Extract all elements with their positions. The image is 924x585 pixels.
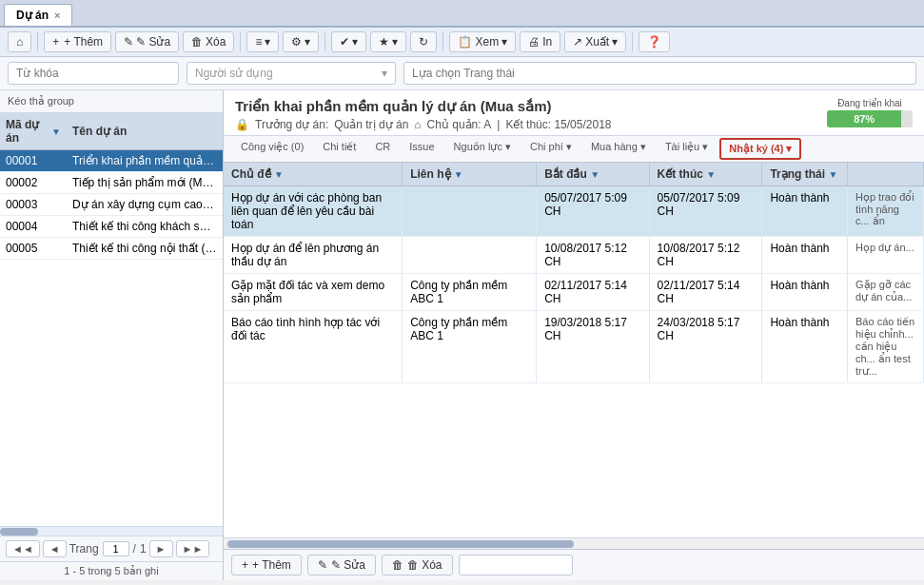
next-next-button[interactable]: ►►: [176, 540, 210, 557]
toolbar-sep-1: [37, 32, 38, 51]
tools-button[interactable]: ⚙▾: [283, 31, 319, 52]
view-icon: 📋: [458, 35, 472, 49]
list-item[interactable]: 00001 Triển khai phần mềm quản lý dự án …: [0, 150, 223, 172]
tab-nhat-ky[interactable]: Nhật ký (4) ▾: [719, 138, 801, 160]
add-icon: +: [52, 35, 59, 49]
tab-close-icon[interactable]: ×: [54, 10, 60, 21]
edit-icon: ✎: [124, 35, 133, 49]
lien-he-filter-icon[interactable]: ▼: [454, 169, 463, 180]
row-name: Triển khai phần mềm quản lý dự án (M...: [67, 150, 223, 171]
add-bottom-icon: +: [242, 558, 248, 572]
chu-de-filter-icon[interactable]: ▼: [274, 169, 284, 180]
th-bat-dau: Bắt đầu ▼: [537, 163, 649, 186]
cell-lien-he: [403, 237, 537, 274]
row-code: 00003: [0, 194, 67, 215]
toolbar-sep-3: [324, 32, 325, 51]
col-header-code: Mã dự án ▼: [0, 113, 67, 149]
cell-bat-dau: 02/11/2017 5:14 CH: [537, 274, 649, 311]
edit-bottom-button[interactable]: ✎ ✎ Sửa: [307, 555, 376, 575]
cell-bat-dau: 05/07/2017 5:09 CH: [537, 186, 649, 237]
main-layout: Kéo thả group Mã dự án ▼ Tên dự án 00001…: [0, 90, 924, 580]
prev-prev-button[interactable]: ◄◄: [6, 540, 40, 557]
add-button[interactable]: + + Thêm: [44, 31, 111, 52]
lock-icon: 🔒: [235, 118, 249, 131]
progress-bar: 87%: [827, 110, 913, 127]
status-input[interactable]: [403, 62, 916, 85]
print-button[interactable]: 🖨 In: [520, 31, 560, 52]
add-bottom-button[interactable]: + + Thêm: [231, 555, 302, 575]
cell-lien-he: [403, 186, 537, 237]
list-button[interactable]: ≡▾: [246, 31, 279, 52]
tab-du-an[interactable]: Dự án ×: [4, 4, 72, 26]
check-button[interactable]: ✔▾: [331, 31, 366, 52]
tab-cong-viec[interactable]: Công việc (0): [231, 136, 313, 162]
table-header-row: Chủ đề ▼ Liên hệ ▼ Bắt đầu ▼ Kết thúc ▼: [224, 163, 924, 186]
list-item[interactable]: 00003 Dự án xây dựng cụm cao cấp A (Xây …: [0, 194, 223, 216]
table-row[interactable]: Gặp mặt đối tác và xem demo sản phẩm Côn…: [224, 274, 924, 311]
cell-ket-thuc: 02/11/2017 5:14 CH: [649, 274, 762, 311]
edit-button[interactable]: ✎ ✎ Sửa: [115, 31, 179, 52]
bottom-search-input[interactable]: [459, 555, 573, 575]
cell-ket-thuc: 10/08/2017 5:12 CH: [649, 237, 762, 274]
cell-chu-de: Báo cáo tình hình hợp tác với đối tác: [224, 311, 403, 383]
data-table-wrap: Chủ đề ▼ Liên hệ ▼ Bắt đầu ▼ Kết thúc ▼: [224, 163, 924, 537]
table-row[interactable]: Họp dự án để lên phương án thầu dự án 10…: [224, 237, 924, 274]
th-trang-thai: Trạng thái ▼: [762, 163, 848, 186]
list-item[interactable]: 00004 Thiết kế thi công khách sạn B (Xây…: [0, 216, 223, 238]
page-input[interactable]: [103, 541, 129, 556]
view-button[interactable]: 📋 Xem▾: [449, 31, 516, 52]
list-item[interactable]: 00002 Tiếp thị sản phẩm mới (Marketing): [0, 172, 223, 194]
bat-dau-filter-icon[interactable]: ▼: [590, 169, 600, 180]
supervisor: Chủ quản: A: [427, 118, 492, 131]
cell-ket-thuc: 24/03/2018 5:17 CH: [649, 311, 762, 383]
next-button[interactable]: ►: [149, 540, 173, 557]
tab-issue[interactable]: Issue: [400, 136, 443, 162]
table-row[interactable]: Báo cáo tình hình hợp tác với đối tác Cô…: [224, 311, 924, 383]
tab-cr[interactable]: CR: [365, 136, 400, 162]
refresh-button[interactable]: ↻: [410, 31, 437, 52]
tab-chi-phi[interactable]: Chi phí ▾: [521, 136, 581, 162]
right-panel: Triển khai phần mềm quản lý dự án (Mua s…: [224, 90, 924, 580]
cell-extra: Báo cáo tiến hiệu chỉnh... cần hiệu ch..…: [848, 311, 924, 383]
delete-bottom-button[interactable]: 🗑 🗑 Xóa: [382, 555, 453, 575]
user-select[interactable]: Người sử dụng ▾: [187, 62, 396, 85]
export-button[interactable]: ↗ Xuất▾: [564, 31, 626, 52]
star-icon: ★: [379, 35, 389, 49]
toolbar-sep-4: [442, 32, 443, 51]
project-header: Triển khai phần mềm quản lý dự án (Mua s…: [224, 90, 924, 136]
cell-trang-thai: Hoàn thành: [762, 237, 848, 274]
prev-button[interactable]: ◄: [43, 540, 67, 557]
project-meta: 🔒 Trưởng dự án: Quản trị dự án ⌂ Chủ quả…: [235, 118, 913, 131]
row-code: 00004: [0, 216, 67, 237]
row-name: Tiếp thị sản phẩm mới (Marketing): [67, 172, 223, 193]
export-icon: ↗: [573, 35, 582, 49]
cell-chu-de: Họp dự án với các phòng ban liên quan để…: [224, 186, 403, 237]
list-item[interactable]: 00005 Thiết kế thi công nội thất (kiến t…: [0, 238, 223, 260]
th-extra: [848, 163, 924, 186]
tab-mua-hang[interactable]: Mua hàng ▾: [581, 136, 656, 162]
home-button[interactable]: ⌂: [8, 31, 31, 52]
horizontal-scrollbar[interactable]: [224, 537, 924, 549]
star-button[interactable]: ★▾: [370, 31, 406, 52]
left-scroll[interactable]: [0, 526, 223, 536]
left-panel-header: Kéo thả group: [0, 90, 223, 113]
toolbar: ⌂ + + Thêm ✎ ✎ Sửa 🗑 Xóa ≡▾ ⚙▾ ✔▾ ★▾ ↻ 📋…: [0, 28, 924, 57]
end-date: Kết thúc: 15/05/2018: [505, 118, 611, 131]
ket-thuc-filter-icon[interactable]: ▼: [706, 169, 716, 180]
home-icon: ⌂: [16, 35, 23, 49]
tab-tai-lieu[interactable]: Tài liệu ▾: [656, 136, 718, 162]
code-filter-icon[interactable]: ▼: [51, 127, 61, 137]
left-rows: 00001 Triển khai phần mềm quản lý dự án …: [0, 150, 223, 526]
col-header-name: Tên dự án: [67, 113, 223, 149]
tab-nguon-luc[interactable]: Nguồn lực ▾: [444, 136, 521, 162]
hscroll-thumb: [227, 540, 574, 548]
table-row[interactable]: Họp dự án với các phòng ban liên quan để…: [224, 186, 924, 237]
tab-chi-tiet[interactable]: Chi tiết: [313, 136, 365, 162]
help-button[interactable]: ❓: [639, 31, 670, 52]
keyword-input[interactable]: [8, 62, 179, 85]
trang-thai-filter-icon[interactable]: ▼: [828, 169, 837, 180]
refresh-icon: ↻: [419, 35, 428, 49]
cell-trang-thai: Hoàn thành: [762, 311, 848, 383]
delete-button[interactable]: 🗑 Xóa: [183, 31, 234, 52]
cell-bat-dau: 19/03/2018 5:17 CH: [537, 311, 649, 383]
